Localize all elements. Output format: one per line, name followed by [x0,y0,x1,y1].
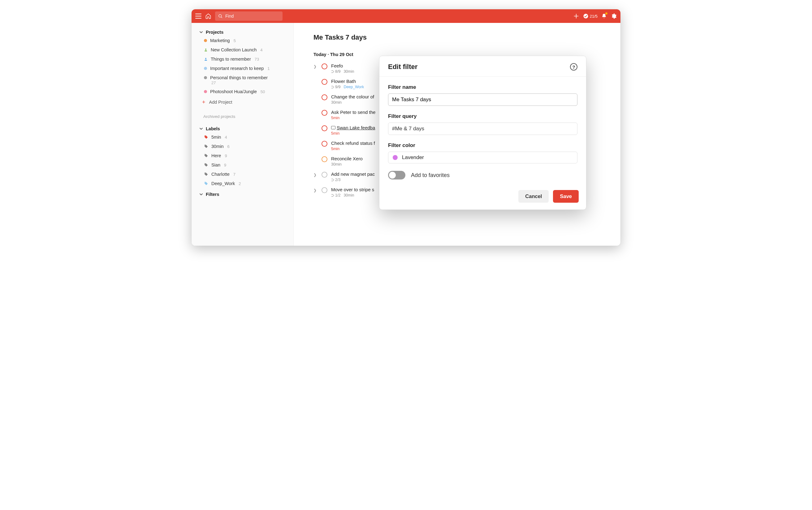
check-circle-icon [583,13,588,19]
sidebar-label-item[interactable]: Deep_Work2 [198,179,291,188]
subtask-icon: 2/3 [331,178,340,182]
sidebar-project-item[interactable]: Photoshoot Hua/Jungle50 [198,87,291,96]
sidebar-project-item[interactable]: New Collection Launch4 [198,45,291,54]
filters-section-header[interactable]: Filters [196,191,291,198]
karma-count: 21/5 [590,14,598,19]
cancel-button[interactable]: Cancel [518,190,549,203]
svg-point-14 [332,196,332,197]
filter-color-label: Filter color [388,142,577,148]
project-name: Things to remember [211,57,251,62]
subtask-count: 2/3 [335,178,340,182]
topbar: 21/5 [192,9,620,23]
chevron-right-icon[interactable]: ❯ [314,187,318,193]
favorites-toggle[interactable] [388,171,405,179]
filters-label: Filters [206,192,220,197]
svg-point-11 [332,180,332,181]
svg-point-5 [332,72,332,73]
svg-point-9 [333,87,334,87]
help-icon[interactable]: ? [570,63,577,70]
tag-icon [204,144,208,148]
svg-point-13 [332,194,332,195]
quick-add-icon[interactable] [573,13,579,19]
task-title: Check refund status f [331,141,375,146]
svg-point-7 [332,86,332,86]
task-title: Move over to stripe s [331,187,374,192]
task-title: Feefo [331,63,354,68]
add-project-label: Add Project [209,100,232,105]
search-input[interactable] [225,13,280,19]
task-title: Reconcile Xero [331,156,363,161]
sidebar-project-item[interactable]: Important research to keep1 [198,64,291,73]
svg-point-3 [205,58,206,59]
filter-color-select[interactable]: Lavender [388,152,577,163]
subtask-count: 1/2 [335,193,340,197]
svg-point-4 [332,70,332,71]
sidebar-label-item[interactable]: Charlotte7 [198,170,291,179]
project-color-icon [204,39,207,42]
project-name: New Collection Launch [211,47,257,52]
task-checkbox[interactable] [321,125,327,131]
svg-point-2 [205,49,206,50]
projects-section-header[interactable]: Projects [196,28,291,36]
filter-name-label: Filter name [388,84,577,90]
sidebar-project-item[interactable]: Marketing5 [198,36,291,45]
sidebar-project-item[interactable]: Things to remember73 [198,54,291,64]
task-label: 5min [331,131,340,136]
label-count: 2 [239,181,241,186]
svg-point-6 [333,71,334,72]
productivity-button[interactable]: 21/5 [583,13,598,19]
settings-icon[interactable] [611,13,617,19]
add-project-button[interactable]: + Add Project [196,96,291,108]
task-title: Flower Bath [331,79,364,84]
task-checkbox[interactable] [321,156,327,162]
task-checkbox[interactable] [321,63,327,69]
project-count: 1 [267,66,269,71]
chevron-right-icon[interactable]: ❯ [314,63,318,69]
subtask-count: 8/9 [335,69,340,74]
chevron-down-icon [199,30,203,34]
projects-label: Projects [206,30,224,35]
task-title: Ask Peter to send the [331,110,375,115]
person-icon [204,48,208,52]
svg-point-12 [333,179,334,180]
task-checkbox[interactable] [321,172,327,178]
project-name: Important research to keep [210,66,264,71]
save-button[interactable]: Save [553,190,579,203]
project-color-icon [204,76,207,79]
svg-point-15 [333,195,334,196]
mail-icon [331,126,336,130]
filter-query-input[interactable]: #Me & 7 days [388,122,577,135]
menu-icon[interactable] [195,13,201,19]
notifications-icon[interactable] [601,13,607,19]
svg-point-10 [332,178,332,179]
archived-projects-link[interactable]: Archived projects [196,108,291,125]
task-checkbox[interactable] [321,94,327,100]
chevron-down-icon [199,126,203,131]
project-color-icon [204,67,207,70]
filter-color-name: Lavender [402,154,424,161]
sidebar-label-item[interactable]: 30min6 [198,142,291,151]
task-checkbox[interactable] [321,110,327,116]
project-color-icon [204,90,207,93]
chevron-right-icon[interactable]: ❯ [314,171,318,177]
task-label: Deep_Work [344,85,364,89]
tag-icon [204,135,208,139]
subtask-icon: 8/9 [331,69,340,74]
labels-section-header[interactable]: Labels [196,125,291,133]
project-count: 4 [260,48,262,52]
favorites-toggle-label: Add to favorites [411,172,450,178]
sidebar-label-item[interactable]: Here9 [198,151,291,160]
filter-name-input[interactable] [388,93,577,106]
home-icon[interactable] [205,13,211,19]
sidebar-label-item[interactable]: 5min4 [198,133,291,142]
task-label: 5min [331,147,340,151]
label-name: Deep_Work [211,181,235,186]
label-name: Here [211,153,221,158]
sidebar-label-item[interactable]: Sian9 [198,160,291,170]
search-box[interactable] [215,11,283,21]
label-name: 5min [211,135,221,140]
task-checkbox[interactable] [321,79,327,85]
task-checkbox[interactable] [321,141,327,147]
task-label: 30min [331,100,342,105]
task-checkbox[interactable] [321,187,327,193]
